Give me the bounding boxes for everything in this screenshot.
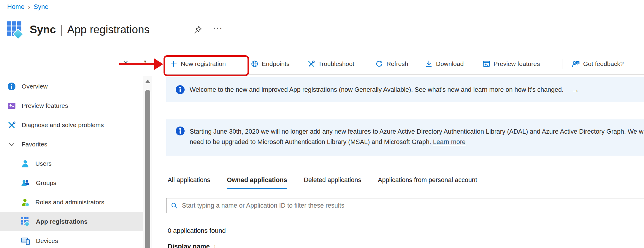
breadcrumb-current-link[interactable]: Sync [34,3,48,11]
feedback-icon [572,60,580,68]
sidebar-scrollbar[interactable] [143,76,152,248]
feedback-button[interactable]: Got feedback? [572,57,624,71]
tools-icon [307,60,315,68]
info-icon [176,127,185,135]
arrow-right-icon[interactable]: → [571,85,579,94]
sidebar-item-roles[interactable]: Roles and administrators [0,192,143,212]
adal-banner-text: Starting June 30th, 2020 we will no long… [190,127,644,147]
welcome-banner: Welcome to the new and improved App regi… [166,77,644,102]
search-icon [171,202,178,209]
scrollbar-thumb[interactable] [145,90,150,248]
preview-features-label: Preview features [494,60,540,67]
sidebar-item-label: Overview [22,83,48,90]
adal-banner-line1: Starting June 30th, 2020 we will no long… [190,127,644,137]
sidebar-item-label: Preview features [22,102,68,109]
sidebar-item-overview[interactable]: Overview [0,77,143,96]
feedback-label: Got feedback? [583,60,624,67]
tab-deleted-applications[interactable]: Deleted applications [304,176,361,189]
preview-features-button[interactable]: Preview features [483,57,540,71]
more-options-button[interactable]: … [212,20,223,31]
sidebar-item-label: Favorites [22,141,47,148]
troubleshoot-button[interactable]: Troubleshoot [307,57,354,71]
title-separator: | [60,23,63,36]
sidebar-item-groups[interactable]: Groups [0,173,143,192]
column-divider [226,242,226,248]
display-name-label: Display name [168,243,210,248]
user-icon [21,159,29,168]
display-name-column-header[interactable]: Display name ↑ [168,242,226,248]
sidebar-item-label: Groups [36,179,56,187]
info-icon [7,82,16,91]
download-icon [425,60,433,68]
annotation-arrow-line [119,63,155,65]
sidebar-item-preview-features[interactable]: Preview features [0,96,143,115]
tab-applications-personal-account[interactable]: Applications from personal account [378,176,477,189]
annotation-highlight-box [164,55,249,76]
page-title: Sync | App registrations [30,23,150,36]
sidebar-item-users[interactable]: Users [0,154,143,173]
filter-search-box[interactable] [166,198,644,213]
app-grid-icon [21,217,30,226]
breadcrumb-home-link[interactable]: Home [7,3,25,11]
sidebar-item-label: Roles and administrators [35,199,104,206]
sidebar-item-diagnose[interactable]: Diagnose and solve problems [0,115,143,135]
adal-deprecation-banner: Starting June 30th, 2020 we will no long… [166,119,644,156]
tab-all-applications[interactable]: All applications [168,176,210,189]
info-icon [176,85,185,94]
users-icon [21,179,30,187]
filter-search-input[interactable] [181,202,644,210]
download-label: Download [436,60,464,67]
sidebar-item-label: Diagnose and solve problems [22,121,104,129]
scrollbar-up-arrow-icon[interactable] [145,80,150,83]
download-button[interactable]: Download [425,57,464,71]
sort-ascending-icon: ↑ [213,243,216,248]
annotation-arrow-head [154,59,163,70]
endpoints-label: Endpoints [262,60,289,67]
troubleshoot-label: Troubleshoot [318,60,354,67]
tab-owned-applications[interactable]: Owned applications [227,176,287,189]
breadcrumb: Home › Sync [7,3,48,11]
pin-icon[interactable] [193,25,202,34]
welcome-banner-text: Welcome to the new and improved App regi… [190,86,564,94]
role-cube-icon [21,198,29,206]
sidebar-item-label: Users [35,160,52,167]
tools-icon [7,121,16,129]
sidebar-group-favorites[interactable]: Favorites [0,135,143,154]
endpoints-button[interactable]: Endpoints [251,57,289,71]
learn-more-link[interactable]: Learn more [433,138,466,146]
refresh-label: Refresh [386,60,408,67]
refresh-icon [375,60,383,68]
applications-tabs: All applications Owned applications Dele… [168,176,477,189]
sparkles-icon [7,102,16,110]
sidebar-item-label: Devices [36,237,58,244]
page-title-app: Sync [30,23,56,36]
adal-banner-line2: need to be upgraded to Microsoft Authent… [190,137,644,147]
sidebar-item-app-registrations[interactable]: App registrations [0,212,143,231]
sidebar-item-label: App registrations [36,218,88,225]
adal-banner-line2-text: need to be upgraded to Microsoft Authent… [190,138,433,146]
refresh-button[interactable]: Refresh [375,57,408,71]
globe-icon [251,60,258,68]
chevron-down-icon [7,140,16,149]
toolbar-separator [562,59,562,69]
devices-icon [21,237,30,245]
preview-window-icon [483,60,490,68]
app-registrations-logo-icon [7,21,23,37]
breadcrumb-separator: › [28,4,30,10]
page-title-section: App registrations [67,23,150,36]
applications-count: 0 applications found [168,227,226,235]
sidebar-item-devices[interactable]: Devices [0,231,143,248]
